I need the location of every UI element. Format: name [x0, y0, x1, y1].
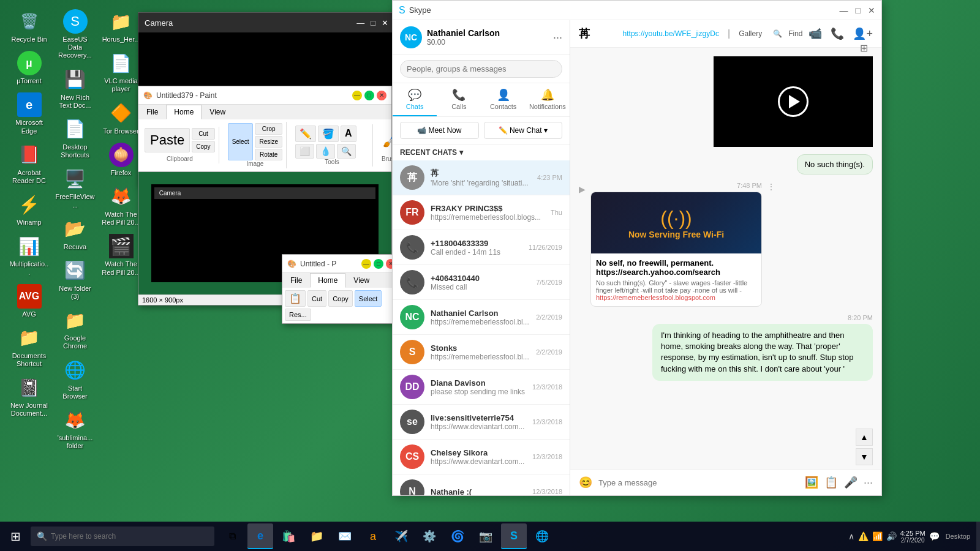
select-button[interactable]: Select — [228, 123, 254, 160]
taskbar-ie[interactable]: 🌐 — [529, 523, 555, 549]
paint2-tab-view[interactable]: View — [345, 273, 377, 288]
more-input-icon[interactable]: ··· — [864, 476, 873, 489]
crop-button[interactable]: Crop — [255, 123, 282, 135]
more-options-icon[interactable]: ⋮ — [767, 182, 775, 192]
picker-tool[interactable]: 💧 — [316, 144, 335, 159]
taskbar-amazon[interactable]: a — [360, 523, 386, 549]
icon-avg[interactable]: AVG AVG — [6, 281, 52, 321]
new-chat-button[interactable]: ✏️ New Chat ▾ — [484, 122, 563, 139]
icon-new-journal[interactable]: 📓 New Journal Document... — [6, 372, 52, 421]
icon-google-chrome[interactable]: 🌐 Start Browser — [52, 355, 98, 403]
camera-maximize[interactable]: □ — [371, 18, 375, 28]
icon-easeus[interactable]: 💾 New Rich Text Doc... — [52, 64, 98, 113]
icon-tor-browser[interactable]: 🧅 Firefox — [98, 140, 144, 180]
skype-maximize-btn[interactable]: □ — [856, 6, 861, 15]
skype-minimize-btn[interactable]: — — [840, 6, 848, 15]
chat-item-4[interactable]: 📞 +4064310440 Missed call 7/5/2019 — [393, 265, 570, 300]
attach-image-icon[interactable]: 🖼️ — [805, 476, 818, 489]
video-thumbnail[interactable] — [714, 56, 873, 147]
icon-winamp[interactable]: ⚡ Winamp — [6, 189, 52, 230]
chat-item-6[interactable]: S Stonks https://rememeberlessfool.bl...… — [393, 335, 570, 370]
nav-notifications[interactable]: 🔔 Notifications — [526, 83, 570, 116]
paint-close-btn[interactable]: ✕ — [377, 91, 386, 100]
paint2-tab-home[interactable]: Home — [310, 273, 345, 288]
taskbar-firefox2[interactable]: 🌀 — [445, 523, 470, 549]
paint2-cut[interactable]: Cut — [307, 290, 326, 307]
icon-vlc[interactable]: 🔶 Tor Browser — [98, 98, 144, 138]
chat-item-3[interactable]: 📞 +118004633339 Call ended - 14m 11s 11/… — [393, 230, 570, 265]
show-desktop-button[interactable] — [976, 522, 980, 551]
paint2-paste[interactable]: 📋 — [285, 290, 306, 307]
skype-search-input[interactable] — [400, 60, 562, 78]
skype-more-options[interactable]: ··· — [553, 31, 562, 44]
icon-start-tor-browser[interactable]: 🦊 'sublimina... folder — [52, 405, 98, 453]
paste-button[interactable]: Paste — [145, 128, 190, 152]
audio-icon[interactable]: 🎤 — [844, 476, 858, 489]
chat-item-8[interactable]: se live:sensitiveterrie754 https://www.d… — [393, 405, 570, 440]
icon-watch-red-pill[interactable]: 🎬 Watch The Red Pill 20... — [98, 231, 144, 279]
resize-button[interactable]: Resize — [255, 136, 282, 148]
icon-sublimina[interactable]: 📁 Horus_Her... — [98, 6, 144, 47]
paint2-select[interactable]: Select — [355, 290, 382, 307]
icon-multiplication[interactable]: 📊 Multiplicatio... — [6, 231, 52, 279]
rotate-button[interactable]: Rotate — [255, 149, 282, 160]
taskbar-mail[interactable]: ✉️ — [332, 523, 358, 549]
apps-grid-icon[interactable]: ⊞ — [860, 42, 868, 54]
skype-close-btn[interactable]: ✕ — [868, 6, 875, 15]
paint2-min[interactable]: — — [361, 259, 371, 269]
play-button[interactable] — [778, 86, 809, 117]
chat-item-5[interactable]: NC Nathaniel Carlson https://rememeberle… — [393, 300, 570, 335]
tray-security-icon[interactable]: ⚠️ — [858, 531, 869, 541]
nav-contacts[interactable]: 👤 Contacts — [481, 83, 526, 116]
paint2-resize[interactable]: Res... — [285, 309, 311, 321]
taskbar-search-box[interactable]: 🔍 — [31, 527, 214, 546]
icon-new-rich-text[interactable]: 📄 Desktop Shortcuts — [52, 114, 98, 162]
meet-now-button[interactable]: 📹 Meet Now — [400, 122, 479, 139]
taskbar-task-view[interactable]: ⧉ — [219, 523, 245, 549]
taskbar-app7[interactable]: ⚙️ — [417, 523, 442, 549]
emoji-icon[interactable]: 😊 — [579, 476, 592, 489]
gif-icon[interactable]: 📋 — [824, 476, 838, 489]
chat-item-10[interactable]: N Nathanie :( 12/3/2018 — [393, 474, 570, 495]
scroll-up-btn[interactable]: ▲ — [856, 429, 873, 446]
taskbar-store[interactable]: 🛍️ — [276, 523, 301, 549]
icon-acrobat[interactable]: 📕 Acrobat Reader DC — [6, 140, 52, 188]
icon-recycle-bin[interactable]: 🗑️ Recycle Bin — [6, 6, 52, 47]
icon-firefox[interactable]: 🦊 Watch The Red Pill 20... — [98, 181, 144, 230]
icon-documents-shortcut[interactable]: 📁 Documents Shortcut — [6, 323, 52, 371]
start-button[interactable]: ⊞ — [0, 522, 31, 551]
tray-notifications-icon[interactable]: 💬 — [929, 531, 940, 541]
fill-tool[interactable]: 🪣 — [318, 126, 339, 142]
magnify-tool[interactable]: 🔍 — [337, 144, 356, 159]
add-people-icon[interactable]: 👤+ — [853, 27, 873, 40]
icon-skype[interactable]: S EaseUS Data Recovery... — [52, 6, 98, 63]
taskbar-clock[interactable]: 4:25 PM 2/7/2020 — [900, 530, 925, 544]
tray-arrow-icon[interactable]: ∧ — [848, 531, 854, 541]
paint2-tab-file[interactable]: File — [282, 273, 310, 288]
chat-item-9[interactable]: CS Chelsey Sikora https://www.deviantart… — [393, 440, 570, 474]
voice-call-icon[interactable]: 📞 — [831, 27, 844, 40]
taskbar-search-input[interactable] — [51, 532, 208, 541]
paint2-copy[interactable]: Copy — [328, 290, 353, 307]
nav-calls[interactable]: 📞 Calls — [437, 83, 481, 116]
card-link[interactable]: https://rememeberlessfool.blogspot.com — [596, 294, 756, 301]
gallery-link[interactable]: Gallery — [739, 29, 762, 38]
eraser-tool[interactable]: ⬜ — [295, 144, 314, 159]
tray-network-icon[interactable]: 📶 — [872, 531, 883, 541]
icon-horus[interactable]: 📄 VLC media player — [98, 48, 144, 96]
chat-item-7[interactable]: DD Diana Davison please stop sending me … — [393, 370, 570, 405]
icon-desktop-shortcuts[interactable]: 🖥️ FreeFileView... — [52, 163, 98, 212]
copy-button[interactable]: Copy — [192, 141, 214, 152]
taskbar-tripadvisor[interactable]: ✈️ — [388, 523, 414, 549]
chat-item-1[interactable]: 苒 苒 'More 'shit' 'regarding 'situati... … — [393, 160, 570, 195]
chat-item-2[interactable]: FR FR3AKY PRINC3$$ https://rememeberless… — [393, 195, 570, 230]
paint-tab-home[interactable]: Home — [166, 105, 202, 119]
text-tool[interactable]: A — [341, 126, 356, 142]
scroll-down-btn[interactable]: ▼ — [856, 448, 873, 465]
video-call-icon[interactable]: 📹 — [809, 27, 822, 40]
chat-message-input[interactable] — [598, 478, 799, 487]
taskbar-skype[interactable]: S — [501, 523, 527, 549]
cut-button[interactable]: Cut — [192, 128, 214, 140]
taskbar-edge[interactable]: e — [247, 523, 273, 549]
paint2-max[interactable]: □ — [374, 259, 383, 269]
